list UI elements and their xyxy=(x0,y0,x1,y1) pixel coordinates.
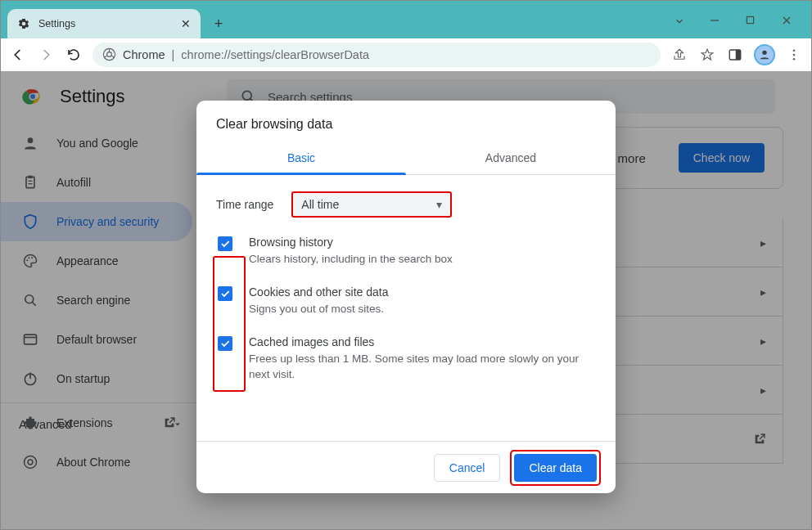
clear-browsing-data-dialog: Clear browsing data Basic Advanced Time … xyxy=(196,101,616,493)
browser-tab[interactable]: Settings ✕ xyxy=(7,9,201,38)
svg-point-6 xyxy=(762,50,766,54)
highlight-box-clear: Clear data xyxy=(510,450,601,486)
gear-icon xyxy=(17,17,30,30)
option-cookies[interactable]: Cookies and other site dataSigns you out… xyxy=(216,285,596,317)
window-titlebar: Settings ✕ + xyxy=(1,1,811,38)
url-bar: Chrome | chrome://settings/clearBrowserD… xyxy=(1,38,811,71)
close-tab-icon[interactable]: ✕ xyxy=(181,17,191,30)
settings-page: Settings Search settings You and Google … xyxy=(1,71,811,529)
svg-point-8 xyxy=(793,53,796,56)
modal-overlay: Clear browsing data Basic Advanced Time … xyxy=(1,71,811,529)
side-panel-icon[interactable] xyxy=(726,46,744,64)
option-title: Cached images and files xyxy=(249,335,584,348)
option-desc: Clears history, including in the search … xyxy=(249,252,453,267)
checkbox-checked[interactable] xyxy=(218,236,232,251)
clear-data-button[interactable]: Clear data xyxy=(514,454,597,482)
highlight-box-checkboxes xyxy=(213,256,246,392)
close-window-icon[interactable] xyxy=(782,16,796,27)
kebab-menu-icon[interactable] xyxy=(785,46,803,64)
share-icon[interactable] xyxy=(670,46,688,64)
forward-button[interactable] xyxy=(37,46,55,64)
svg-rect-1 xyxy=(747,16,753,23)
option-desc: Frees up less than 1 MB. Some sites may … xyxy=(249,352,584,383)
maximize-icon[interactable] xyxy=(746,16,760,27)
dialog-body: Time range All time ▾ Browsing historyCl… xyxy=(196,175,616,441)
back-button[interactable] xyxy=(9,46,27,64)
time-range-value: All time xyxy=(301,198,339,211)
window-controls xyxy=(674,16,811,38)
svg-rect-5 xyxy=(736,50,741,60)
url-prefix: Chrome xyxy=(123,48,165,61)
omnibox[interactable]: Chrome | chrome://settings/clearBrowserD… xyxy=(92,43,661,67)
chevron-down-icon[interactable] xyxy=(674,16,688,27)
option-title: Cookies and other site data xyxy=(249,285,388,299)
svg-point-7 xyxy=(793,49,796,52)
tab-advanced[interactable]: Advanced xyxy=(406,141,616,174)
new-tab-button[interactable]: + xyxy=(207,12,230,35)
chrome-icon xyxy=(102,47,116,61)
tab-basic[interactable]: Basic xyxy=(196,141,406,174)
time-range-select[interactable]: All time ▾ xyxy=(291,191,452,218)
dialog-tabs: Basic Advanced xyxy=(196,141,616,175)
profile-avatar[interactable] xyxy=(754,44,775,65)
bookmark-star-icon[interactable] xyxy=(698,46,716,64)
cancel-button[interactable]: Cancel xyxy=(434,454,501,482)
svg-point-9 xyxy=(793,57,796,60)
dialog-title: Clear browsing data xyxy=(196,101,616,141)
minimize-icon[interactable] xyxy=(710,16,724,27)
option-title: Browsing history xyxy=(249,236,453,249)
time-range-label: Time range xyxy=(216,198,273,211)
option-browsing-history[interactable]: Browsing historyClears history, includin… xyxy=(216,236,596,267)
option-desc: Signs you out of most sites. xyxy=(249,302,388,317)
option-cached[interactable]: Cached images and filesFrees up less tha… xyxy=(216,335,596,383)
dropdown-triangle-icon: ▾ xyxy=(436,198,442,211)
svg-point-3 xyxy=(107,52,112,57)
dialog-actions: Cancel Clear data xyxy=(196,441,616,493)
url-text: chrome://settings/clearBrowserData xyxy=(181,48,369,61)
tab-title: Settings xyxy=(38,18,173,29)
reload-button[interactable] xyxy=(65,46,83,64)
